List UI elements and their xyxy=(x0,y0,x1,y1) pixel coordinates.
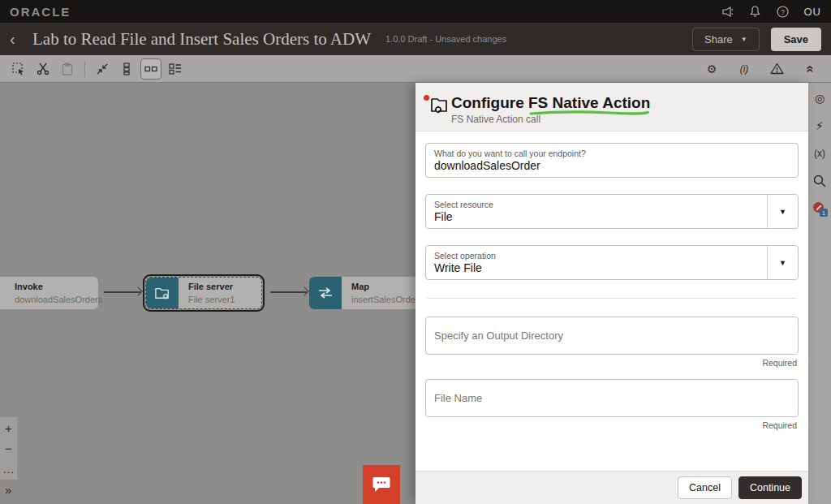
panel-body: What do you want to call your endpoint? … xyxy=(416,131,808,471)
map-iconbox xyxy=(309,277,342,309)
share-button-label: Share xyxy=(704,33,733,45)
panel-title: Configure FS Native Action xyxy=(451,94,795,112)
node-file-server[interactable]: File server File server1 xyxy=(145,277,262,309)
title-bar-actions: Share ▼ Save xyxy=(692,28,821,51)
operation-select[interactable]: Select operation Write File ▼ xyxy=(425,245,799,280)
folder-gear-icon xyxy=(154,286,170,300)
user-avatar[interactable]: OU xyxy=(804,6,822,18)
page-title: Lab to Read File and Insert Sales Orders… xyxy=(32,29,371,50)
zoom-out-button[interactable]: − xyxy=(5,442,12,454)
zoom-in-button[interactable]: + xyxy=(5,422,12,434)
connector-arrowhead xyxy=(299,287,308,296)
oracle-logo: ORACLE xyxy=(10,5,71,19)
horizontal-layout-icon[interactable] xyxy=(140,58,161,80)
node-title: File server xyxy=(188,281,235,293)
operation-select-value: Write File xyxy=(434,261,790,274)
panel-footer: Cancel Continue xyxy=(416,471,808,504)
cut-icon[interactable] xyxy=(32,58,54,80)
node-title: Map xyxy=(351,281,419,293)
help-icon[interactable]: ? xyxy=(777,5,790,18)
configure-action-panel: Configure FS Native Action FS Native Act… xyxy=(416,83,808,504)
endpoint-name-label: What do you want to call your endpoint? xyxy=(434,149,790,158)
errors-badge-icon[interactable]: 1 xyxy=(812,201,827,216)
cancel-button[interactable]: Cancel xyxy=(678,476,732,499)
notifications-bell-icon[interactable] xyxy=(749,5,762,18)
designer-toolbar: ⚙ (i) » xyxy=(0,55,831,83)
resource-select-value: File xyxy=(434,210,790,223)
continue-button[interactable]: Continue xyxy=(738,476,802,499)
chat-assistant-button[interactable] xyxy=(363,465,400,504)
toolbar-divider xyxy=(84,61,85,77)
right-icon-rail: ◎ ⚡ (x) 1 xyxy=(808,83,831,504)
connector-arrowhead xyxy=(133,287,142,296)
output-directory-placeholder: Specify an Output Directory xyxy=(434,322,790,349)
node-invoke[interactable]: Invoke downloadSalesOrders xyxy=(0,277,98,309)
map-arrows-icon xyxy=(318,287,333,299)
back-button[interactable]: ‹ xyxy=(10,31,28,47)
expand-panel-button[interactable]: » xyxy=(5,483,11,497)
info-icon[interactable]: (i) xyxy=(734,58,755,80)
vertical-layout-icon[interactable] xyxy=(116,58,137,80)
resource-select[interactable]: Select resource File ▼ xyxy=(425,194,799,229)
share-button[interactable]: Share ▼ xyxy=(692,28,760,51)
resource-dropdown-caret-icon[interactable]: ▼ xyxy=(767,195,798,228)
panel-header: Configure FS Native Action FS Native Act… xyxy=(416,83,808,131)
green-marker-underline xyxy=(528,110,650,116)
resource-select-label: Select resource xyxy=(434,200,790,209)
node-title: Invoke xyxy=(15,281,102,293)
title-bar: ‹ Lab to Read File and Insert Sales Orde… xyxy=(0,23,831,55)
toolbar-right-group: ⚙ (i) » xyxy=(701,58,823,80)
tracking-target-icon[interactable]: ◎ xyxy=(812,91,827,106)
file-name-required-note: Required xyxy=(425,420,797,430)
flow-connector xyxy=(104,286,140,298)
collapse-panel-icon[interactable]: » xyxy=(799,58,820,80)
app-window: ORACLE ? OU ‹ Lab to Read File and Inser… xyxy=(0,0,831,504)
operation-select-label: Select operation xyxy=(434,251,790,261)
file-name-placeholder: File Name xyxy=(434,385,790,411)
fs-native-action-icon xyxy=(429,95,449,118)
file-server-iconbox xyxy=(146,278,179,308)
node-map[interactable]: Map insertSalesOrder xyxy=(309,277,431,309)
node-subtitle: File server1 xyxy=(188,294,235,305)
panel-title-highlight-text: FS Native Action xyxy=(528,94,650,111)
actions-bolt-icon[interactable]: ⚡ xyxy=(812,118,827,133)
node-subtitle: insertSalesOrder xyxy=(351,294,419,305)
file-name-field[interactable]: File Name xyxy=(425,379,799,417)
output-directory-required-note: Required xyxy=(425,358,797,368)
svg-text:?: ? xyxy=(781,7,785,15)
search-icon[interactable] xyxy=(812,174,827,188)
section-divider xyxy=(427,298,797,299)
paste-icon xyxy=(57,58,78,80)
variables-icon[interactable]: (x) xyxy=(812,146,827,161)
panel-title-highlight: FS Native Action xyxy=(528,94,650,112)
version-status: 1.0.0 Draft - Unsaved changes xyxy=(385,34,506,44)
top-bar: ORACLE ? OU xyxy=(0,0,831,23)
endpoint-name-value[interactable]: downloadSalesOrder xyxy=(434,159,790,172)
collapse-nodes-icon[interactable] xyxy=(92,58,113,80)
endpoint-name-field[interactable]: What do you want to call your endpoint? … xyxy=(425,143,799,178)
operation-dropdown-caret-icon[interactable]: ▼ xyxy=(767,246,798,279)
outline-view-icon[interactable] xyxy=(165,58,186,80)
zoom-more-button[interactable]: … xyxy=(2,463,15,475)
panel-title-prefix: Configure xyxy=(451,94,528,111)
warnings-icon[interactable] xyxy=(766,58,787,80)
chat-bubble-icon xyxy=(372,476,391,493)
zoom-controls: + − … xyxy=(0,417,17,480)
unsaved-indicator-dot xyxy=(424,95,429,101)
settings-gear-icon[interactable]: ⚙ xyxy=(701,58,722,80)
error-count-badge: 1 xyxy=(820,209,828,217)
announcements-icon[interactable] xyxy=(721,5,734,18)
error-indicator: 1 xyxy=(813,202,826,215)
node-subtitle: downloadSalesOrders xyxy=(15,294,102,305)
save-button[interactable]: Save xyxy=(771,28,821,51)
share-caret-icon: ▼ xyxy=(741,36,747,43)
marquee-select-icon[interactable] xyxy=(8,58,29,80)
top-bar-actions: ? OU xyxy=(721,5,822,18)
output-directory-field[interactable]: Specify an Output Directory xyxy=(425,317,799,355)
flow-connector xyxy=(270,286,307,298)
